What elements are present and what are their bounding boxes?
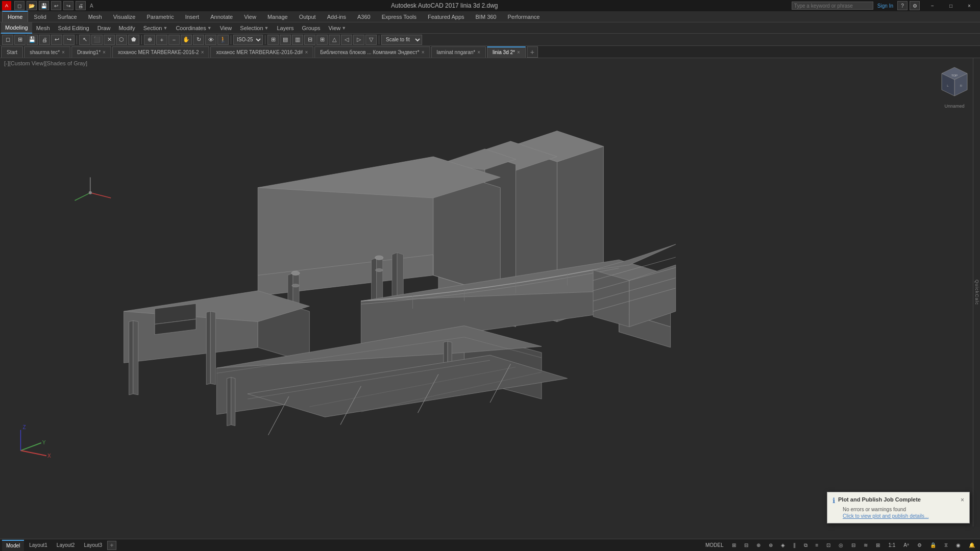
sub-tab-layers[interactable]: Layers: [273, 22, 298, 34]
snap-btn[interactable]: ⊟: [741, 540, 751, 550]
tab-close-tarberake1[interactable]: ×: [201, 49, 204, 55]
tab-tarberake2[interactable]: хоханос МЕR TARBERAKE-2016-2d# ×: [210, 46, 313, 58]
sub-tab-modify[interactable]: Modify: [114, 22, 139, 34]
open-button[interactable]: 📂: [27, 1, 37, 10]
tab-a360[interactable]: A360: [352, 11, 376, 22]
viewport-btn6[interactable]: △: [329, 35, 340, 45]
tab-laminat[interactable]: laminat nngaran* ×: [431, 46, 486, 58]
scale-select[interactable]: Scale to fit: [381, 35, 422, 45]
tab-close-tarberake2[interactable]: ×: [305, 49, 308, 55]
sub-tab-selection[interactable]: Selection ▼: [236, 22, 273, 34]
sel-btn[interactable]: ⊞: [873, 540, 883, 550]
zoom-extents-btn[interactable]: ⊕: [144, 35, 155, 45]
hardware-btn[interactable]: ⧖: [941, 540, 951, 550]
lw-btn[interactable]: ≡: [813, 540, 822, 550]
look-btn[interactable]: 👁: [205, 35, 216, 45]
viewport-btn2[interactable]: ▤: [280, 35, 291, 45]
undo-button[interactable]: ↩: [51, 1, 61, 10]
add-layout-button[interactable]: +: [107, 541, 116, 550]
sub-tab-mesh[interactable]: Mesh: [32, 22, 54, 34]
plot-btn[interactable]: 🖨: [39, 35, 50, 45]
view-cube[interactable]: TOP R L Unnamed: [934, 63, 975, 104]
am-btn[interactable]: ≋: [861, 540, 871, 550]
add-tab-button[interactable]: +: [527, 46, 538, 58]
viewport-btn3[interactable]: ▥: [292, 35, 303, 45]
sub-tab-section[interactable]: Section ▼: [139, 22, 172, 34]
otrack-btn[interactable]: ∥: [790, 540, 799, 550]
close-button[interactable]: ×: [961, 0, 978, 11]
pick-btn[interactable]: ↖: [79, 35, 90, 45]
sc-btn[interactable]: ⊟: [848, 540, 859, 550]
tab-biblioteka[interactable]: Библиотека блоков ... Компания Эндвест* …: [314, 46, 430, 58]
notification-close-button[interactable]: ×: [961, 496, 964, 504]
redo-button[interactable]: ↪: [63, 1, 74, 10]
viewport-btn9[interactable]: ▽: [365, 35, 377, 45]
notify-btn[interactable]: 🔔: [966, 540, 978, 550]
viewport-btn4[interactable]: ⊟: [304, 35, 315, 45]
sub-tab-solid-editing[interactable]: Solid Editing: [54, 22, 93, 34]
layout-tab-layout2[interactable]: Layout2: [53, 540, 79, 551]
annotation-btn[interactable]: Aᵃ: [900, 540, 912, 550]
poly-btn[interactable]: ⬡: [116, 35, 127, 45]
sub-tab-view2[interactable]: View ▼: [325, 22, 351, 34]
tab-surface[interactable]: Surface: [52, 11, 83, 22]
zoom-in-btn[interactable]: +: [156, 35, 167, 45]
tab-solid[interactable]: Solid: [28, 11, 52, 22]
tab-addins[interactable]: Add-ins: [322, 11, 352, 22]
tab-mesh[interactable]: Mesh: [83, 11, 108, 22]
minimize-button[interactable]: −: [924, 0, 941, 11]
tab-close-biblioteka[interactable]: ×: [422, 49, 425, 55]
open-drawing-btn[interactable]: ⊞: [14, 35, 26, 45]
quickcalc-tab[interactable]: QuickCalc: [974, 280, 979, 305]
tab-featured-apps[interactable]: Featured Apps: [422, 11, 470, 22]
viewport-btn7[interactable]: ◁: [341, 35, 352, 45]
lock-btn[interactable]: 🔒: [927, 540, 939, 550]
notification-link[interactable]: Click to view plot and publish details..…: [843, 513, 964, 519]
tab-visualize[interactable]: Visualize: [108, 11, 141, 22]
walk-btn[interactable]: 🚶: [217, 35, 229, 45]
tab-express-tools[interactable]: Express Tools: [376, 11, 422, 22]
pan-btn[interactable]: ✋: [181, 35, 192, 45]
ortho-btn[interactable]: ⊕: [753, 540, 764, 550]
settings-button[interactable]: ⚙: [910, 1, 920, 10]
tab-linia3d[interactable]: linia 3d 2* ×: [487, 46, 526, 58]
undo-btn[interactable]: ↩: [51, 35, 62, 45]
grid-btn[interactable]: ⊞: [729, 540, 739, 550]
model-label[interactable]: MODEL: [702, 540, 727, 550]
tab-drawing1[interactable]: Drawing1* ×: [71, 46, 111, 58]
tab-close-laminat[interactable]: ×: [477, 49, 480, 55]
tab-annotate[interactable]: Annotate: [205, 11, 238, 22]
sub-tab-groups[interactable]: Groups: [298, 22, 325, 34]
tab-insert[interactable]: Insert: [180, 11, 205, 22]
sub-tab-coordinates[interactable]: Coordinates ▼: [172, 22, 215, 34]
redo-btn[interactable]: ↪: [63, 35, 75, 45]
tab-parametric[interactable]: Parametric: [141, 11, 179, 22]
sign-in-button[interactable]: Sign In: [877, 3, 893, 9]
orbit-btn[interactable]: ↻: [193, 35, 204, 45]
viewport-btn1[interactable]: ⊞: [267, 35, 279, 45]
plot-button[interactable]: 🖨: [76, 1, 86, 10]
sub-tab-draw[interactable]: Draw: [93, 22, 115, 34]
tab-manage[interactable]: Manage: [262, 11, 293, 22]
tp-btn[interactable]: ⊡: [823, 540, 834, 550]
tab-shaurma[interactable]: shaurma tec* ×: [24, 46, 70, 58]
maximize-button[interactable]: □: [942, 0, 960, 11]
dyn-btn[interactable]: ⧉: [801, 540, 811, 550]
tab-view[interactable]: View: [238, 11, 262, 22]
isolate-btn[interactable]: ◉: [953, 540, 964, 550]
tab-bim360[interactable]: BIM 360: [470, 11, 502, 22]
3d-model-canvas[interactable]: Y X Z: [0, 58, 980, 539]
polar-btn[interactable]: ⊛: [766, 540, 776, 550]
viewport-btn8[interactable]: ▷: [353, 35, 364, 45]
tab-close-drawing1[interactable]: ×: [103, 49, 106, 55]
layout-tab-layout3[interactable]: Layout3: [80, 540, 106, 551]
save-drawing-btn[interactable]: 💾: [27, 35, 38, 45]
window-btn[interactable]: ⬛: [91, 35, 103, 45]
layout-tab-model[interactable]: Model: [2, 540, 24, 551]
qp-btn[interactable]: ◎: [836, 540, 846, 550]
help-button[interactable]: ?: [897, 1, 908, 10]
ws-btn[interactable]: ⚙: [914, 540, 925, 550]
new-drawing-btn[interactable]: ◻: [2, 35, 13, 45]
cross-btn[interactable]: ✕: [104, 35, 115, 45]
tab-performance[interactable]: Performance: [502, 11, 545, 22]
